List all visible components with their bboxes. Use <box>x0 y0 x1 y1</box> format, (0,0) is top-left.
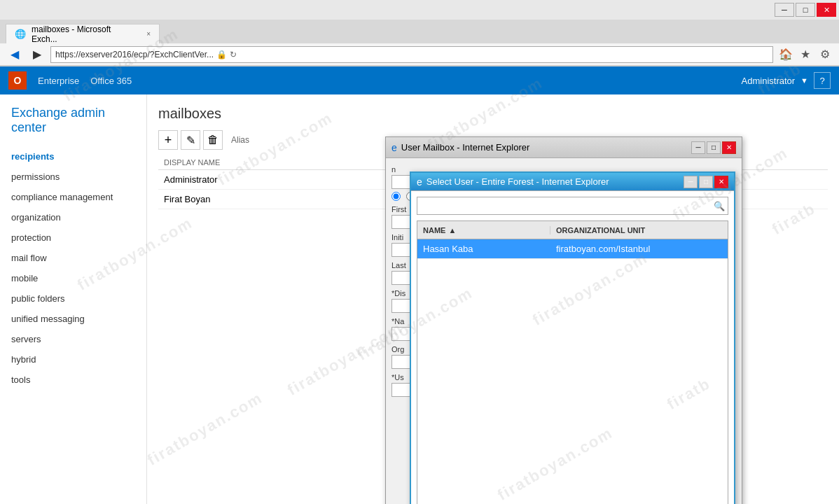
back-btn[interactable]: ◀ <box>6 46 24 63</box>
content-area: mailboxes + ✎ 🗑 Alias DISPLAY NAME Admin… <box>147 94 839 504</box>
ou-column-header[interactable]: ORGANIZATIONAL UNIT <box>550 226 728 234</box>
sidebar-item-publicfolders[interactable]: public folders <box>0 288 146 309</box>
office365-link[interactable]: Office 365 <box>90 76 132 86</box>
select-user-maximize-btn[interactable]: □ <box>699 176 713 188</box>
browser-toolbar-icons: 🏠 ★ ⚙ <box>777 46 833 63</box>
favorites-icon[interactable]: ★ <box>797 46 814 63</box>
select-user-titlebar: e Select User - Entire Forest - Internet… <box>411 173 734 191</box>
page-title: mailboxes <box>158 106 828 122</box>
url-text: https://exserver2016/ecp/?ExchClientVer.… <box>55 50 214 59</box>
tab-icon: 🌐 <box>15 29 26 39</box>
app-container: O Enterprise Office 365 Administrator ▼ … <box>0 66 839 504</box>
ie-logo-icon: e <box>391 142 397 153</box>
results-row[interactable]: Hasan Kaba firatboyan.com/Istanbul <box>417 239 728 259</box>
help-btn[interactable]: ? <box>814 72 831 89</box>
sidebar-item-hybrid[interactable]: hybrid <box>0 349 146 370</box>
sidebar-item-compliance[interactable]: compliance management <box>0 187 146 207</box>
list-item-name: Administrator <box>164 174 218 185</box>
select-user-body: 🔍 NAME ▲ ORGANIZATIONAL UNIT <box>411 191 734 504</box>
sidebar-item-protection[interactable]: protection <box>0 227 146 248</box>
sidebar-item-mobile[interactable]: mobile <box>0 268 146 288</box>
user-mailbox-title: User Mailbox - Internet Explorer <box>401 142 687 153</box>
home-icon[interactable]: 🏠 <box>777 46 794 63</box>
results-header: NAME ▲ ORGANIZATIONAL UNIT <box>417 221 728 239</box>
user-menu[interactable]: Administrator <box>742 76 796 86</box>
dialog-minimize-btn[interactable]: ─ <box>691 141 705 154</box>
top-nav-right: Administrator ▼ ? <box>742 72 831 89</box>
display-name-column-header: DISPLAY NAME <box>164 158 290 167</box>
search-row: 🔍 <box>417 197 728 215</box>
sidebar-item-organization[interactable]: organization <box>0 207 146 227</box>
enterprise-link[interactable]: Enterprise <box>38 76 79 86</box>
maximize-btn[interactable]: □ <box>796 3 815 17</box>
top-nav: O Enterprise Office 365 Administrator ▼ … <box>0 66 839 94</box>
results-table: NAME ▲ ORGANIZATIONAL UNIT Hasan Kaba fi… <box>417 220 728 504</box>
sidebar-item-tools[interactable]: tools <box>0 370 146 390</box>
search-button[interactable]: 🔍 <box>711 197 728 214</box>
sidebar-item-permissions[interactable]: permissions <box>0 167 146 187</box>
user-mailbox-titlebar: e User Mailbox - Internet Explorer ─ □ ✕ <box>386 137 742 158</box>
close-btn[interactable]: ✕ <box>817 3 836 17</box>
select-user-ie-icon: e <box>417 176 422 188</box>
result-ou-cell: firatboyan.com/Istanbul <box>550 244 728 254</box>
app-title: Exchange admin center <box>0 106 146 146</box>
select-user-dialog: e Select User - Entire Forest - Internet… <box>410 172 735 504</box>
sidebar-item-unifiedmessaging[interactable]: unified messaging <box>0 309 146 329</box>
sidebar-item-recipients[interactable]: recipients <box>0 146 146 167</box>
sidebar-item-servers[interactable]: servers <box>0 329 146 349</box>
dialog-titlebar-buttons: ─ □ ✕ <box>691 141 736 154</box>
user-dropdown-arrow[interactable]: ▼ <box>800 76 808 85</box>
dialog-close-btn[interactable]: ✕ <box>722 141 736 154</box>
tab-close-btn[interactable]: × <box>146 30 151 38</box>
lock-icon: 🔒 <box>216 50 227 59</box>
select-user-title: Select User - Entire Forest - Internet E… <box>427 176 679 187</box>
select-user-minimize-btn[interactable]: ─ <box>684 176 698 188</box>
search-input[interactable] <box>417 201 711 211</box>
sort-asc-icon: ▲ <box>448 226 456 234</box>
refresh-icon[interactable]: ↻ <box>230 50 237 59</box>
result-name-cell: Hasan Kaba <box>417 244 550 254</box>
browser-tab[interactable]: 🌐 mailboxes - Microsoft Exch... × <box>6 24 160 43</box>
name-column-header[interactable]: NAME ▲ <box>417 226 550 234</box>
select-user-titlebar-buttons: ─ □ ✕ <box>684 176 728 188</box>
alias-label: Alias <box>231 135 249 145</box>
tab-label: mailboxes - Microsoft Exch... <box>32 24 138 44</box>
forward-btn[interactable]: ▶ <box>28 46 46 63</box>
edit-button[interactable]: ✎ <box>181 130 200 150</box>
main-content: Exchange admin center recipients permiss… <box>0 94 839 504</box>
tab-bar: 🌐 mailboxes - Microsoft Exch... × <box>0 20 839 43</box>
add-button[interactable]: + <box>158 130 178 150</box>
settings-icon[interactable]: ⚙ <box>817 46 833 63</box>
url-bar[interactable]: https://exserver2016/ecp/?ExchClientVer.… <box>50 46 773 63</box>
radio-existing[interactable] <box>391 192 401 201</box>
list-item-name: Firat Boyan <box>164 194 210 204</box>
address-bar: ◀ ▶ https://exserver2016/ecp/?ExchClient… <box>0 43 839 66</box>
dialog-maximize-btn[interactable]: □ <box>707 141 721 154</box>
browser-chrome: ─ □ ✕ 🌐 mailboxes - Microsoft Exch... × … <box>0 0 839 66</box>
sidebar: Exchange admin center recipients permiss… <box>0 94 147 504</box>
select-user-close-btn[interactable]: ✕ <box>714 176 728 188</box>
delete-button[interactable]: 🗑 <box>203 130 223 150</box>
minimize-btn[interactable]: ─ <box>775 3 794 17</box>
office-logo: O <box>8 71 27 90</box>
sidebar-item-mailflow[interactable]: mail flow <box>0 248 146 268</box>
title-bar: ─ □ ✕ <box>0 0 839 20</box>
